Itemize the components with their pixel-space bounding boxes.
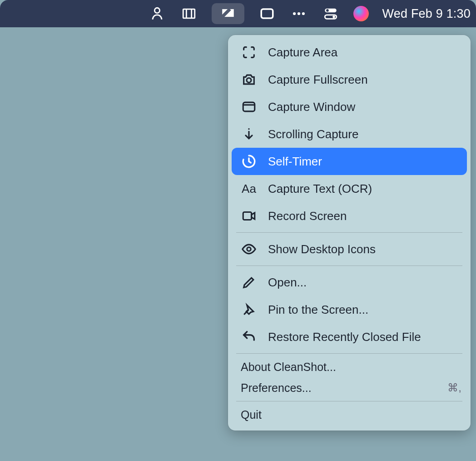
menu-capture-window[interactable]: Capture Window [228,93,471,120]
menu-item-label: Capture Fullscreen [268,73,368,87]
menubar-cleanshot-icon[interactable] [212,3,244,24]
menu-capture-area[interactable]: Capture Area [228,39,471,66]
menu-item-label: Scrolling Capture [268,127,358,141]
menu-item-label: Preferences... [241,381,312,395]
svg-rect-13 [243,102,255,111]
menubar-clock[interactable]: Wed Feb 9 1:30 [382,7,471,21]
timer-icon [241,153,257,170]
menu-quit[interactable]: Quit [228,404,471,425]
menu-separator [236,266,462,266]
svg-point-10 [326,9,329,12]
menu-record-screen[interactable]: Record Screen [228,202,471,230]
menu-item-label: About CleanShot... [241,361,336,374]
undo-icon [241,329,257,345]
selection-icon [241,44,257,60]
svg-point-7 [302,12,304,15]
menubar-window-icon[interactable] [258,5,276,23]
menubar-overflow-icon[interactable] [290,5,308,23]
svg-point-5 [293,12,296,15]
eye-icon [241,241,257,257]
menu-item-label: Quit [241,408,262,421]
svg-point-11 [332,15,335,18]
menu-show-desktop-icons[interactable]: Show Desktop Icons [228,236,471,263]
menu-shortcut: ⌘, [447,381,461,394]
menu-about[interactable]: About CleanShot... [228,356,471,377]
svg-rect-16 [243,212,251,220]
svg-point-15 [248,128,249,130]
menu-open[interactable]: Open... [228,269,471,296]
siri-icon[interactable] [353,6,369,21]
menu-item-label: Capture Area [268,45,337,60]
menu-item-label: Self-Timer [268,155,322,169]
menu-item-label: Restore Recently Closed File [268,330,421,344]
menu-capture-fullscreen[interactable]: Capture Fullscreen [228,66,471,93]
menu-self-timer[interactable]: Self-Timer [232,148,467,175]
macos-menubar: Wed Feb 9 1:30 [0,0,476,27]
svg-point-17 [247,247,251,251]
menu-item-label: Pin to the Screen... [268,303,368,317]
svg-rect-1 [183,9,195,18]
menu-item-label: Show Desktop Icons [268,242,376,256]
menu-item-label: Record Screen [268,209,347,223]
menu-restore-recently-closed[interactable]: Restore Recently Closed File [228,323,471,351]
menubar-app-icon-1[interactable] [148,5,166,23]
menu-item-label: Capture Text (OCR) [268,182,372,196]
menu-separator [236,401,462,401]
menu-item-label: Capture Window [268,100,355,114]
svg-rect-4 [261,9,273,18]
svg-point-12 [247,78,251,82]
menu-capture-text-ocr[interactable]: Aa Capture Text (OCR) [228,175,471,202]
camera-icon [241,71,257,88]
menu-preferences[interactable]: Preferences... ⌘, [228,377,471,398]
menu-pin-to-screen[interactable]: Pin to the Screen... [228,296,471,323]
svg-point-0 [154,8,159,13]
window-icon [241,99,257,115]
menu-separator [236,232,462,233]
cleanshot-menu: Capture Area Capture Fullscreen Capture … [228,35,471,431]
text-icon: Aa [241,180,257,197]
control-center-icon[interactable] [322,5,340,23]
pin-icon [241,301,257,318]
menubar-film-icon[interactable] [180,5,198,23]
menu-separator [236,353,462,354]
video-icon [241,208,257,224]
menu-scrolling-capture[interactable]: Scrolling Capture [228,120,471,148]
menu-item-label: Open... [268,276,307,290]
svg-point-6 [297,12,300,15]
arrow-down-icon [241,126,257,142]
pencil-icon [241,274,257,291]
